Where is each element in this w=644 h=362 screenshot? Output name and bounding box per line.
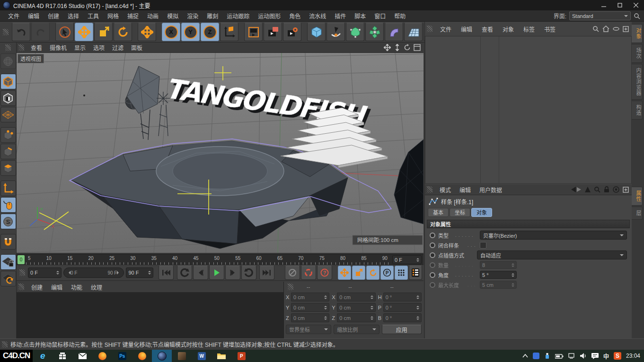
tab-objects[interactable]: 对象 [632,24,643,43]
transport-grip[interactable] [19,269,25,276]
menu-animate[interactable]: 动画 [143,12,163,20]
up-level-icon[interactable] [585,187,591,192]
menu-mograph[interactable]: 运动图形 [254,12,285,20]
om-menu-tags[interactable]: 标签 [519,25,539,33]
angle-stepper[interactable] [512,272,514,278]
lock-z-axis-button[interactable]: Z [201,23,219,41]
history-back-icon[interactable] [571,187,582,192]
notification-icon[interactable] [591,353,599,359]
tab-structure[interactable]: 构造 [632,101,643,120]
om-menu-edit[interactable]: 编辑 [456,25,477,33]
polygons-mode-button[interactable] [0,160,16,176]
rot-h-stepper[interactable] [416,294,419,301]
rot-h-field[interactable]: 0 ° [383,293,422,302]
redo-button[interactable] [31,23,50,41]
battery-icon[interactable] [555,353,564,359]
maximize-button[interactable] [612,0,628,10]
add-mograph-cloner-button[interactable] [365,23,384,41]
workplane-rotate-button[interactable] [0,271,16,286]
am-menu-edit[interactable]: 编辑 [455,186,475,194]
keyframe-radio-icon[interactable] [430,272,435,278]
selected-object-name[interactable]: 样条 [样条.1] [441,198,473,206]
pos-y-field[interactable]: 0 cm [291,303,329,312]
volume-icon[interactable] [580,353,587,359]
rot-p-field[interactable]: 0 ° [383,303,422,312]
close-button[interactable] [628,0,644,10]
enable-snap-button[interactable] [0,234,16,250]
play-button[interactable] [209,266,224,280]
move-tool-button[interactable] [75,23,93,41]
viewport-3d-scene[interactable]: TANGOLDFISH TANGOLDFISH Y [17,53,423,253]
add-spline-button[interactable] [326,23,345,41]
add-environment-button[interactable] [404,23,423,41]
minimize-button[interactable] [596,0,612,10]
end-frame-stepper[interactable] [148,269,151,276]
angle-field[interactable]: 5 ° [480,271,517,279]
coords-system-select[interactable]: 世界坐标 [286,325,331,334]
add-panel-icon[interactable] [623,26,629,32]
menu-character[interactable]: 角色 [285,12,305,20]
scale-z-field[interactable]: 0 cm [337,313,375,322]
menu-file[interactable]: 文件 [4,12,24,20]
search-icon[interactable] [592,26,599,32]
object-manager-grip[interactable] [427,26,432,32]
enable-axis-button[interactable] [0,181,16,196]
menu-window[interactable]: 窗口 [370,12,390,20]
search-icon[interactable] [634,13,640,19]
home-icon[interactable] [602,26,609,32]
rot-p-stepper[interactable] [416,304,419,311]
pos-x-stepper[interactable] [324,294,327,301]
keyframe-selection-button[interactable]: ? [317,266,332,280]
close-spline-checkbox[interactable] [480,242,486,249]
tab-attributes[interactable]: 属性 [632,187,643,206]
key-scale-button[interactable] [352,266,365,280]
add-panel-icon[interactable] [623,187,629,193]
key-pla-button[interactable] [395,266,408,280]
am-menu-userdata[interactable]: 用户数据 [475,186,506,194]
tab-layers[interactable]: 层 [632,207,643,220]
om-menu-view[interactable]: 查看 [477,25,498,33]
previous-frame-button[interactable] [193,266,208,280]
taskbar-firefox-button[interactable] [92,350,112,362]
play-forwards-button[interactable] [241,266,256,280]
workplane-mode-button[interactable] [0,107,16,122]
menu-mesh[interactable]: 网格 [103,12,123,20]
scale-y-field[interactable]: 0 cm [337,303,375,312]
om-menu-file[interactable]: 文件 [435,25,456,33]
mm-menu-create[interactable]: 创建 [27,283,47,291]
type-select[interactable]: 贝塞尔(Bezier) [480,231,627,240]
om-menu-bookmarks[interactable]: 书签 [539,25,560,33]
key-parameter-button[interactable]: P [380,266,394,280]
coords-scale-mode-select[interactable]: 缩放比例 [334,325,379,334]
menu-motion-tracker[interactable]: 运动跟踪 [222,12,254,20]
menu-pipeline[interactable]: 流水线 [305,12,330,20]
last-tool-button[interactable] [138,23,156,41]
scale-y-stepper[interactable] [371,304,373,311]
pos-z-stepper[interactable] [324,315,327,321]
taskbar-explorer-button[interactable] [212,350,231,362]
viewport-zoom-icon[interactable] [394,44,401,51]
material-manager-grip[interactable] [18,284,24,290]
scale-x-field[interactable]: 0 cm [337,293,375,302]
current-frame-field[interactable]: 0 F [28,267,62,278]
texture-mode-button[interactable] [0,90,16,106]
menu-tools[interactable]: 工具 [83,12,103,20]
vp-menu-display[interactable]: 显示 [71,43,89,52]
keyframe-radio-icon[interactable] [430,233,435,238]
key-rotation-button[interactable] [366,266,379,280]
vp-menu-view[interactable]: 查看 [27,43,46,52]
add-subdivision-surface-button[interactable] [346,23,364,41]
render-to-picture-viewer-button[interactable] [264,23,282,41]
target-icon[interactable] [613,186,619,193]
play-backwards-button[interactable] [177,266,192,280]
eye-icon[interactable] [613,27,619,31]
record-keyframe-button[interactable] [285,266,300,280]
menu-script[interactable]: 脚本 [350,12,370,20]
taskbar-word-button[interactable]: W [192,350,212,362]
attribute-manager-grip[interactable] [427,186,432,193]
points-mode-button[interactable] [0,127,16,143]
lock-x-axis-button[interactable]: X [162,23,180,41]
tab-coordinates[interactable]: 坐标 [450,208,470,217]
lock-icon[interactable] [604,186,609,193]
coordinates-grip[interactable] [288,284,293,290]
